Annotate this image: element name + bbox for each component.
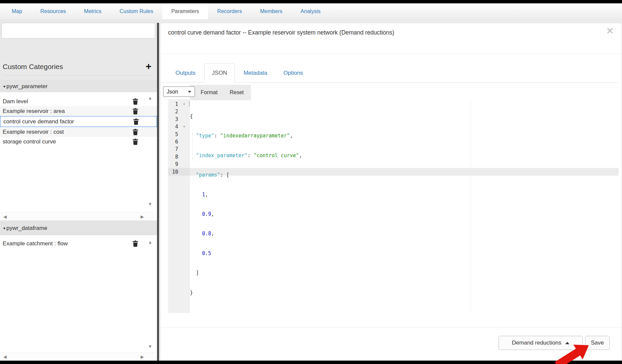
tab-json[interactable]: JSON (204, 63, 235, 83)
mode-select-value: Json (167, 89, 178, 95)
list-item[interactable]: Example catchment : flow (0, 239, 157, 248)
line-number: 6 (168, 138, 190, 145)
scroll-down-icon[interactable]: ▼ (148, 344, 152, 349)
scroll-up-icon[interactable]: ▲ (148, 96, 152, 100)
line-numbers: 1▾ 2 3 4▾ 5 6 7 8 9 10 (168, 101, 190, 176)
line-number: 8 (168, 153, 190, 161)
category-search-box[interactable] (1, 23, 155, 39)
nav-tab-analysis[interactable]: Analysis (292, 3, 330, 19)
reset-button[interactable]: Reset (230, 89, 244, 96)
list-item[interactable]: Example reservoir : cost (0, 127, 157, 137)
panel-divider[interactable] (157, 23, 159, 361)
list-item-label: Example reservoir : cost (3, 129, 64, 135)
editor-line: } (190, 289, 302, 296)
collapse-caret-icon: ▾ (3, 226, 5, 231)
add-custom-category-button[interactable]: + (146, 61, 152, 71)
line-number: 9 (168, 161, 190, 168)
editor-toolbar: Format Reset (190, 85, 251, 100)
parameter-list: Dam level Example reservoir : area contr… (0, 92, 157, 221)
editor-line: ] (190, 269, 302, 277)
mode-select[interactable]: Json (163, 86, 195, 97)
editor-line: 1, (190, 191, 302, 198)
line-number: 3 (168, 116, 190, 123)
group-name: pywr_dataframe (6, 225, 47, 232)
delete-icon[interactable] (133, 129, 138, 135)
group-name: pywr_parameter (6, 83, 48, 90)
horizontal-scrollbar[interactable]: ◀ ▶ (0, 212, 155, 221)
group-header-pywr-dataframe[interactable]: ▾ pywr_dataframe (0, 221, 157, 235)
editor-line: 0.8, (190, 230, 302, 237)
line-number: 10 (168, 168, 190, 176)
scroll-left-icon[interactable]: ◀ (3, 355, 7, 359)
scroll-left-icon[interactable]: ◀ (3, 215, 7, 219)
scroll-up-icon[interactable]: ▲ (148, 240, 152, 244)
nav-tab-parameters[interactable]: Parameters (162, 3, 208, 19)
divider (3, 75, 153, 75)
horizontal-scrollbar[interactable]: ◀ ▶ (0, 352, 155, 361)
format-button[interactable]: Format (201, 89, 218, 96)
fold-icon[interactable]: ▾ (183, 123, 185, 130)
delete-icon[interactable] (133, 138, 138, 145)
nav-tab-resources[interactable]: Resources (31, 3, 75, 19)
tab-metadata[interactable]: Metadata (236, 63, 275, 83)
close-icon[interactable]: ✕ (606, 26, 614, 36)
group-header-pywr-parameter[interactable]: ▾ pywr_parameter (0, 80, 157, 92)
delete-icon[interactable] (133, 108, 138, 114)
editor-line: "params": [ (190, 171, 302, 179)
line-number: 4▾ (168, 123, 190, 130)
delete-icon[interactable] (133, 240, 138, 247)
line-number: 2 (168, 108, 190, 115)
parameter-dialog: control curve demand factor -- Example r… (160, 23, 622, 361)
tab-options[interactable]: Options (276, 63, 311, 83)
list-item-label: Dam level (3, 98, 28, 105)
print-margin (471, 99, 471, 313)
scroll-right-icon[interactable]: ▶ (141, 355, 144, 359)
list-item[interactable]: storage control curve (0, 137, 157, 146)
list-item[interactable]: Dam level (0, 97, 157, 106)
nav-tab-metrics[interactable]: Metrics (75, 3, 111, 19)
delete-icon[interactable] (133, 118, 139, 125)
app-window: Map Resources Metrics Custom Rules Param… (0, 0, 622, 364)
line-number: 7 (168, 145, 190, 153)
bottom-black-bar (0, 361, 622, 364)
collapse-caret-icon: ▾ (3, 84, 5, 89)
list-item-label: Example catchment : flow (3, 240, 68, 247)
dialog-tabs: Outputs JSON Metadata Options (160, 63, 618, 83)
dialog-title: control curve demand factor -- Example r… (168, 29, 394, 36)
custom-categories-title: Custom Categories (3, 63, 63, 71)
list-item-label: Example reservoir : area (3, 108, 65, 115)
editor-line: 0.9, (190, 210, 302, 218)
chevron-down-icon (188, 91, 191, 93)
editor-line: "index_parameter": "control curve", (190, 152, 302, 159)
nav-tab-recorders[interactable]: Recorders (208, 3, 251, 19)
scroll-right-icon[interactable]: ▶ (141, 215, 144, 219)
list-item-selected[interactable]: control curve demand factor (0, 116, 157, 127)
tab-outputs[interactable]: Outputs (168, 63, 203, 83)
list-item-label: storage control curve (3, 138, 56, 145)
line-number: 5 (168, 131, 190, 138)
editor-line: 0.5 (190, 250, 302, 257)
json-editor[interactable]: 1▾ 2 3 4▾ 5 6 7 8 9 10 { "type": "indexe… (160, 99, 622, 313)
nav-tab-map[interactable]: Map (3, 3, 31, 19)
list-item[interactable]: Example reservoir : area (0, 106, 157, 116)
top-navigation: Map Resources Metrics Custom Rules Param… (0, 3, 622, 19)
editor-line: "type": "indexedarrayparameter", (190, 132, 302, 139)
line-number: 1▾ (168, 101, 190, 108)
delete-icon[interactable] (133, 98, 138, 105)
divider (160, 53, 622, 54)
footer-divider (160, 327, 622, 327)
scroll-down-icon[interactable]: ▼ (148, 202, 152, 206)
code-area[interactable]: { "type": "indexedarrayparameter", "inde… (190, 101, 302, 308)
fold-icon[interactable]: ▾ (183, 101, 185, 108)
sidebar: Custom Categories + Parameters-Type Cate… (0, 19, 157, 361)
dataframe-list: Example catchment : flow ▲ ▼ ◀ ▶ (0, 235, 157, 361)
list-item-label: control curve demand factor (3, 118, 74, 125)
editor-line: { (190, 113, 302, 120)
nav-tab-custom-rules[interactable]: Custom Rules (110, 3, 162, 19)
nav-tab-members[interactable]: Members (251, 3, 292, 19)
annotation-arrow (554, 339, 590, 364)
top-black-bar (0, 0, 622, 3)
